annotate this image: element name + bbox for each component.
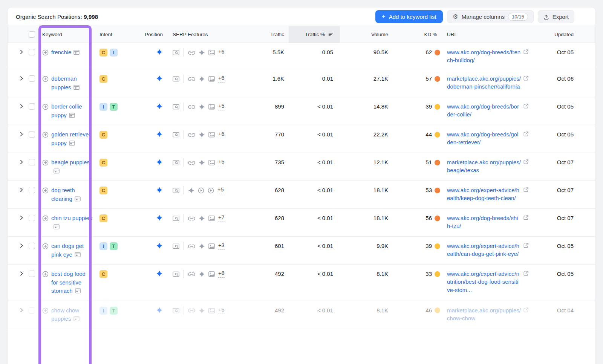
row-checkbox[interactable] bbox=[29, 243, 35, 249]
column-header-kd[interactable]: KD % bbox=[388, 26, 440, 43]
row-expander-chevron-icon[interactable] bbox=[19, 159, 24, 165]
serp-features-more[interactable]: +5 bbox=[218, 103, 225, 110]
serp-snapshot-icon[interactable] bbox=[73, 315, 80, 324]
keyword-link[interactable]: border collie puppy bbox=[51, 102, 93, 120]
serp-features-more[interactable]: +7 bbox=[218, 214, 225, 222]
keyword-link[interactable]: beagle puppies bbox=[51, 158, 93, 176]
serp-features-more[interactable]: +5 bbox=[217, 187, 224, 194]
external-link-icon[interactable] bbox=[523, 103, 529, 119]
add-keyword-icon[interactable] bbox=[42, 271, 49, 277]
add-keyword-icon[interactable] bbox=[42, 187, 49, 194]
row-checkbox[interactable] bbox=[29, 307, 35, 314]
external-link-icon[interactable] bbox=[523, 159, 529, 174]
keyword-link[interactable]: doberman puppies bbox=[51, 75, 93, 92]
url-link[interactable]: www.akc.org/dog-breeds/golden-retriever/ bbox=[447, 130, 521, 147]
row-checkbox[interactable] bbox=[29, 49, 35, 55]
column-header-intent[interactable]: Intent bbox=[96, 26, 140, 43]
column-header-url[interactable]: URL bbox=[447, 26, 534, 43]
external-link-icon[interactable] bbox=[523, 271, 529, 294]
row-checkbox[interactable] bbox=[29, 131, 35, 138]
featured-snippet-icon bbox=[173, 160, 179, 165]
serp-snapshot-icon[interactable] bbox=[75, 196, 81, 204]
serp-snapshot-icon[interactable] bbox=[75, 288, 81, 296]
add-keyword-icon[interactable] bbox=[42, 243, 49, 249]
row-checkbox[interactable] bbox=[29, 159, 35, 165]
export-button[interactable]: Export bbox=[538, 10, 574, 23]
serp-features-more[interactable]: +6 bbox=[218, 49, 225, 56]
volume-value: 8.1K bbox=[340, 306, 388, 315]
serp-snapshot-icon[interactable] bbox=[54, 168, 60, 176]
keyword-link[interactable]: golden retriever puppy bbox=[51, 130, 93, 148]
row-expander-chevron-icon[interactable] bbox=[19, 243, 24, 248]
serp-features-more[interactable]: +6 bbox=[218, 270, 225, 277]
column-header-serp-features[interactable]: SERP Features bbox=[163, 26, 233, 43]
serp-features-more[interactable]: +6 bbox=[218, 131, 225, 138]
keyword-link[interactable]: dog teeth cleaning bbox=[51, 186, 93, 204]
url-link[interactable]: www.akc.org/expert-advice/health/keep-do… bbox=[447, 186, 521, 202]
serp-snapshot-icon[interactable] bbox=[54, 223, 60, 232]
serp-snapshot-icon[interactable] bbox=[69, 140, 75, 148]
external-link-icon[interactable] bbox=[523, 131, 529, 147]
row-expander-chevron-icon[interactable] bbox=[19, 49, 24, 55]
add-keyword-icon[interactable] bbox=[42, 159, 49, 166]
serp-features-more[interactable]: +3 bbox=[218, 242, 225, 249]
column-header-keyword[interactable]: Keyword bbox=[42, 26, 96, 43]
external-link-icon[interactable] bbox=[523, 187, 529, 202]
add-to-keyword-list-button[interactable]: + Add to keyword list bbox=[375, 10, 443, 23]
add-keyword-icon[interactable] bbox=[42, 215, 49, 222]
serp-snapshot-icon[interactable] bbox=[73, 49, 80, 58]
keyword-link[interactable]: can dogs get pink eye bbox=[51, 242, 93, 260]
url-link[interactable]: www.akc.org/expert-advice/nutrition/best… bbox=[447, 270, 521, 294]
keyword-link[interactable]: chin tzu puppies bbox=[51, 214, 93, 232]
row-expander-chevron-icon[interactable] bbox=[19, 132, 24, 137]
upload-icon bbox=[543, 14, 549, 20]
url-link[interactable]: marketplace.akc.org/puppies/chow-chow bbox=[447, 306, 521, 323]
row-expander-chevron-icon[interactable] bbox=[19, 187, 24, 193]
row-expander-chevron-icon[interactable] bbox=[19, 271, 24, 276]
url-link[interactable]: www.akc.org/expert-advice/health/can-dog… bbox=[447, 242, 521, 258]
serp-snapshot-icon[interactable] bbox=[73, 84, 80, 93]
serp-features-more[interactable]: +6 bbox=[218, 75, 225, 82]
keyword-link[interactable]: frenchie bbox=[51, 48, 80, 58]
column-header-updated[interactable]: Updated bbox=[534, 26, 595, 43]
add-keyword-icon[interactable] bbox=[42, 132, 49, 138]
add-keyword-icon[interactable] bbox=[42, 76, 49, 82]
intent-badge-C: C bbox=[99, 49, 107, 57]
url-link[interactable]: www.akc.org/dog-breeds/border-collie/ bbox=[447, 102, 521, 119]
keyword-link[interactable]: best dog food for sensitive stomach bbox=[51, 270, 93, 296]
row-checkbox[interactable] bbox=[29, 75, 35, 82]
url-link[interactable]: www.akc.org/dog-breeds/french-bulldog/ bbox=[447, 48, 521, 64]
external-link-icon[interactable] bbox=[523, 49, 529, 64]
add-keyword-icon[interactable] bbox=[42, 104, 49, 110]
external-link-icon[interactable] bbox=[523, 243, 529, 258]
row-expander-chevron-icon[interactable] bbox=[19, 307, 24, 313]
url-link[interactable]: www.akc.org/dog-breeds/shih-tzu/ bbox=[447, 214, 521, 230]
select-all-checkbox[interactable] bbox=[29, 31, 35, 38]
updated-value: Oct 05 bbox=[534, 102, 595, 111]
serp-snapshot-icon[interactable] bbox=[69, 112, 75, 121]
serp-features-more[interactable]: +5 bbox=[218, 159, 225, 166]
ai-overview-position-icon bbox=[156, 75, 163, 82]
row-expander-chevron-icon[interactable] bbox=[19, 215, 24, 220]
url-link[interactable]: marketplace.akc.org/puppies/beagle/texas bbox=[447, 158, 521, 174]
keyword-link[interactable]: chow chow puppies bbox=[51, 306, 93, 324]
add-keyword-icon[interactable] bbox=[42, 307, 49, 314]
serp-snapshot-icon[interactable] bbox=[75, 251, 81, 260]
add-keyword-icon[interactable] bbox=[42, 49, 49, 56]
url-link[interactable]: marketplace.akc.org/puppies/doberman-pin… bbox=[447, 75, 521, 91]
row-checkbox[interactable] bbox=[29, 187, 35, 193]
column-header-traffic-pct[interactable]: Traffic % bbox=[289, 26, 340, 43]
column-header-position[interactable]: Position bbox=[140, 26, 163, 43]
external-link-icon[interactable] bbox=[523, 307, 529, 323]
column-header-volume[interactable]: Volume bbox=[340, 26, 388, 43]
external-link-icon[interactable] bbox=[523, 215, 529, 230]
row-expander-chevron-icon[interactable] bbox=[19, 104, 24, 109]
manage-columns-button[interactable]: ⚙ Manage columns 10/15 bbox=[447, 10, 534, 23]
row-checkbox[interactable] bbox=[29, 215, 35, 221]
row-expander-chevron-icon[interactable] bbox=[19, 76, 24, 81]
column-header-traffic[interactable]: Traffic bbox=[233, 26, 284, 43]
serp-features-more[interactable]: +5 bbox=[218, 307, 225, 314]
row-checkbox[interactable] bbox=[29, 271, 35, 277]
row-checkbox[interactable] bbox=[29, 103, 35, 110]
external-link-icon[interactable] bbox=[523, 75, 529, 91]
